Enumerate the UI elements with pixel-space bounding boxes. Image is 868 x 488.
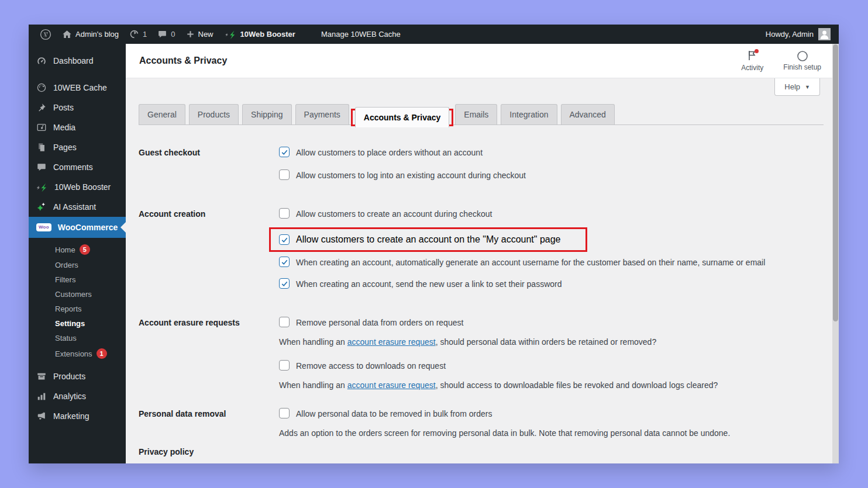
tab-shipping[interactable]: Shipping <box>242 104 292 124</box>
checkbox-checked[interactable] <box>279 147 290 157</box>
annotation-box-my-account-setting: Allow customers to create an account on … <box>269 227 587 252</box>
checkbox-checked[interactable] <box>279 278 290 289</box>
checkbox-label[interactable]: Allow personal data to be removed in bul… <box>296 408 492 420</box>
submenu-item-reports[interactable]: Reports <box>29 302 126 316</box>
tab-products[interactable]: Products <box>189 104 239 124</box>
setting-row: When creating an account, automatically … <box>279 257 824 268</box>
annotation-box-active-tab: Accounts & Privacy <box>351 109 454 126</box>
tab-payments[interactable]: Payments <box>295 104 349 124</box>
checkbox-unchecked[interactable] <box>279 317 290 327</box>
avatar[interactable] <box>818 28 831 40</box>
help-label: Help <box>784 82 800 91</box>
erasure-request-link[interactable]: account erasure request <box>347 380 436 390</box>
activity-label: Activity <box>741 64 763 72</box>
help-dropdown-button[interactable]: Help ▼ <box>774 78 820 96</box>
booster-label: 10Web Booster <box>240 30 295 39</box>
updates-menu[interactable]: 1 <box>124 25 152 44</box>
wordpress-logo-menu[interactable] <box>35 25 57 44</box>
checkbox-label[interactable]: When creating an account, automatically … <box>296 257 765 268</box>
submenu-item-extensions[interactable]: Extensions 1 <box>29 345 126 362</box>
submenu-item-home[interactable]: Home 5 <box>29 241 126 258</box>
checkbox-unchecked[interactable] <box>279 208 290 219</box>
checkbox-label[interactable]: Remove access to downloads on request <box>296 360 446 372</box>
dashboard-gauge-icon <box>36 56 47 66</box>
tab-general[interactable]: General <box>139 104 185 124</box>
plus-icon <box>186 30 195 39</box>
submenu-item-filters[interactable]: Filters <box>29 272 126 287</box>
checkbox-checked[interactable] <box>279 257 290 267</box>
tab-integration[interactable]: Integration <box>501 104 557 124</box>
tab-advanced[interactable]: Advanced <box>561 104 615 124</box>
sidebar-label: Products <box>53 371 85 382</box>
section-label: Account erasure requests <box>139 317 279 391</box>
checkbox-label[interactable]: Allow customers to create an account on … <box>296 234 561 245</box>
sidebar-item-10web-booster[interactable]: 10Web Booster <box>29 177 126 197</box>
main-area: Dashboard 10WEB Cache Posts Media P <box>29 44 839 463</box>
checkbox-unchecked[interactable] <box>279 169 290 180</box>
tab-emails[interactable]: Emails <box>455 104 497 124</box>
submenu-item-customers[interactable]: Customers <box>29 287 126 302</box>
submenu-item-orders[interactable]: Orders <box>29 258 126 272</box>
sidebar-label: Marketing <box>53 411 89 421</box>
settings-tabs: General Products Shipping Payments Accou… <box>139 104 824 125</box>
section-label: Account creation <box>139 208 279 300</box>
activity-flag-icon <box>748 50 757 63</box>
tab-accounts-privacy[interactable]: Accounts & Privacy <box>355 107 450 127</box>
settings-form: Guest checkout Allow customers to place … <box>139 125 824 456</box>
manage-cache-menu[interactable]: Manage 10WEB Cache <box>316 25 406 44</box>
erasure-request-link[interactable]: account erasure request <box>347 337 436 347</box>
sidebar-item-dashboard[interactable]: Dashboard <box>29 51 126 71</box>
updates-icon <box>129 29 139 39</box>
submenu-label: Home <box>55 245 75 254</box>
checkbox-label[interactable]: Allow customers to place orders without … <box>296 147 483 158</box>
helper-suffix: , should access to downloadable files be… <box>436 380 718 390</box>
section-personal-data-removal: Personal data removal Allow personal dat… <box>139 408 824 439</box>
sidebar-item-media[interactable]: Media <box>29 117 126 137</box>
submenu-item-settings[interactable]: Settings <box>29 316 126 331</box>
sidebar-item-comments[interactable]: Comments <box>29 157 126 177</box>
sidebar-item-ai-assistant[interactable]: AI Assistant <box>29 197 126 217</box>
helper-text: Adds an option to the orders screen for … <box>279 427 824 439</box>
extensions-badge: 1 <box>97 348 107 359</box>
user-avatar-icon <box>818 28 831 40</box>
helper-suffix: Adds an option to the orders screen for … <box>279 427 730 439</box>
sidebar-label: Analytics <box>53 391 86 402</box>
section-guest-checkout: Guest checkout Allow customers to place … <box>139 147 824 191</box>
comment-bubble-icon <box>36 162 47 172</box>
marketing-megaphone-icon <box>36 411 47 421</box>
howdy-text[interactable]: Howdy, Admin <box>766 30 814 39</box>
sidebar-item-products[interactable]: Products <box>29 366 126 386</box>
sidebar-item-woocommerce[interactable]: Woo WooCommerce <box>29 217 126 238</box>
page-header: Accounts & Privacy Activity Finish setup <box>126 44 839 78</box>
checkbox-label[interactable]: Allow customers to log into an existing … <box>296 169 526 181</box>
sidebar-item-posts[interactable]: Posts <box>29 98 126 117</box>
sidebar-label: Media <box>53 122 75 133</box>
submenu-item-status[interactable]: Status <box>29 331 126 345</box>
vertical-scrollbar[interactable] <box>832 44 839 463</box>
checkbox-label[interactable]: Remove personal data from orders on requ… <box>296 317 463 328</box>
scrollbar-thumb[interactable] <box>833 44 838 321</box>
sidebar-label: Dashboard <box>53 56 94 66</box>
new-content-menu[interactable]: New <box>181 25 219 44</box>
checkbox-unchecked[interactable] <box>279 408 290 418</box>
site-menu[interactable]: Admin's blog <box>57 25 124 44</box>
checkbox-unchecked[interactable] <box>279 360 290 371</box>
finish-setup-button[interactable]: Finish setup <box>783 50 821 71</box>
browser-window: Admin's blog 1 0 New 10Web Booster Manag… <box>29 25 839 463</box>
setting-row: When creating an account, send the new u… <box>279 278 824 290</box>
setting-row: Remove access to downloads on request <box>279 360 824 372</box>
checkbox-label[interactable]: When creating an account, send the new u… <box>296 278 562 290</box>
checkbox-checked[interactable] <box>279 234 290 245</box>
section-label: Guest checkout <box>139 147 279 191</box>
activity-button[interactable]: Activity <box>741 50 763 72</box>
checkbox-label[interactable]: Allow customers to create an account dur… <box>296 208 492 220</box>
sidebar-item-analytics[interactable]: Analytics <box>29 386 126 406</box>
booster-menu[interactable]: 10Web Booster <box>219 25 301 44</box>
sidebar-item-pages[interactable]: Pages <box>29 137 126 157</box>
comments-menu[interactable]: 0 <box>152 25 180 44</box>
sidebar-item-10web-cache[interactable]: 10WEB Cache <box>29 78 126 98</box>
sidebar-item-marketing[interactable]: Marketing <box>29 406 126 426</box>
sidebar-label: WooCommerce <box>58 222 118 233</box>
wp-admin-bar: Admin's blog 1 0 New 10Web Booster Manag… <box>29 25 839 44</box>
new-label: New <box>198 30 213 39</box>
